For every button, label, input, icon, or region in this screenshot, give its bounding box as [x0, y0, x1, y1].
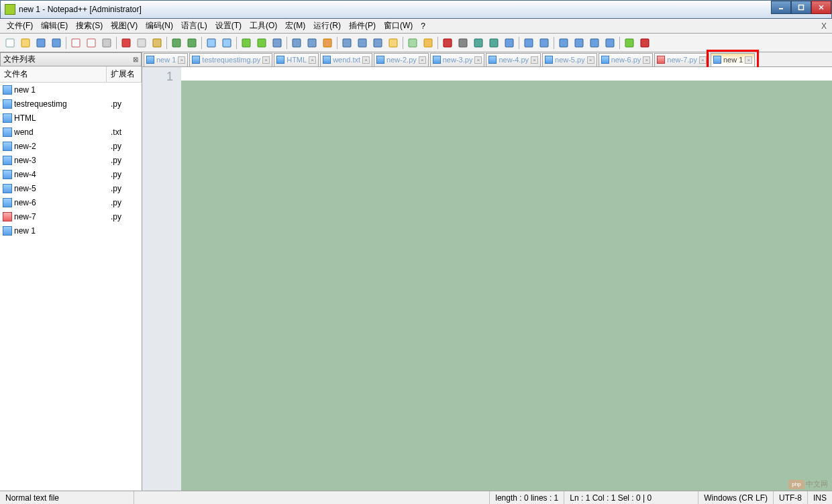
- col-filename[interactable]: 文件名: [0, 66, 107, 82]
- play-icon[interactable]: [471, 36, 486, 50]
- tab-7[interactable]: new-5.py×: [542, 53, 597, 66]
- tab-2[interactable]: HTML×: [274, 53, 319, 66]
- file-row[interactable]: new-7.py: [0, 209, 142, 223]
- save-macro-icon[interactable]: [502, 36, 517, 50]
- tab-close-icon[interactable]: ×: [178, 56, 185, 64]
- tab-close-icon[interactable]: ×: [587, 56, 594, 64]
- minimize-button[interactable]: [771, 1, 791, 14]
- doc-map-icon[interactable]: [355, 36, 370, 50]
- tab-close-icon[interactable]: ×: [745, 56, 752, 64]
- file-row[interactable]: new-4.py: [0, 167, 142, 181]
- open-icon[interactable]: [18, 36, 33, 50]
- save-icon[interactable]: [34, 36, 48, 50]
- tab-close-icon[interactable]: ×: [531, 56, 538, 64]
- next-mark-icon[interactable]: [603, 36, 617, 50]
- save-all-icon[interactable]: [49, 36, 64, 50]
- file-row[interactable]: new-5.py: [0, 181, 142, 195]
- menu-3[interactable]: 视图(V): [107, 19, 142, 33]
- tab-3[interactable]: wend.txt×: [320, 53, 372, 66]
- tab-close-icon[interactable]: ×: [699, 56, 707, 64]
- right-icon[interactable]: [537, 36, 552, 50]
- zoom-in-icon[interactable]: [239, 36, 254, 50]
- abc-icon[interactable]: [637, 36, 652, 50]
- close-icon[interactable]: [68, 36, 83, 50]
- menu-8[interactable]: 宏(M): [281, 19, 309, 33]
- file-ext-text: .txt: [107, 128, 142, 137]
- indent-guide-icon[interactable]: [320, 36, 335, 50]
- file-row[interactable]: new 1: [0, 223, 142, 238]
- sync-v-icon[interactable]: [270, 36, 284, 50]
- tab-file-icon: [601, 56, 609, 64]
- svg-rect-8: [72, 39, 80, 47]
- prev-icon[interactable]: [556, 36, 571, 50]
- close-all-icon[interactable]: [84, 36, 99, 50]
- wrap-icon[interactable]: [289, 36, 304, 50]
- copy-icon[interactable]: [134, 36, 149, 50]
- menu-6[interactable]: 设置(T): [211, 19, 246, 33]
- menu-11[interactable]: 窗口(W): [380, 19, 417, 33]
- record-icon[interactable]: [440, 36, 455, 50]
- monitor-icon[interactable]: [405, 36, 420, 50]
- show-all-icon[interactable]: [305, 36, 319, 50]
- prev-mark-icon[interactable]: [587, 36, 602, 50]
- find-icon[interactable]: [204, 36, 219, 50]
- new-file-icon[interactable]: [3, 36, 17, 50]
- tab-close-icon[interactable]: ×: [262, 56, 270, 64]
- tab-6[interactable]: new-4.py×: [486, 53, 541, 66]
- folder-icon[interactable]: [386, 36, 401, 50]
- tab-9[interactable]: new-7.py×: [654, 53, 709, 66]
- file-row[interactable]: wend.txt: [0, 125, 142, 139]
- panel-close-icon[interactable]: ⊠: [133, 56, 138, 63]
- file-row[interactable]: HTML: [0, 111, 142, 125]
- tab-close-icon[interactable]: ×: [309, 56, 316, 64]
- tab-close-icon[interactable]: ×: [643, 56, 650, 64]
- tab-1[interactable]: testrequestimg.py×: [189, 53, 272, 66]
- close-button[interactable]: [811, 1, 831, 14]
- menubar-close-icon[interactable]: X: [821, 21, 827, 31]
- menu-10[interactable]: 插件(P): [345, 19, 380, 33]
- menu-2[interactable]: 搜索(S): [72, 19, 107, 33]
- left-icon[interactable]: [521, 36, 536, 50]
- tab-0[interactable]: new 1×: [144, 53, 188, 66]
- file-row[interactable]: testrequestimg.py: [0, 97, 142, 111]
- spellcheck-icon[interactable]: [622, 36, 637, 50]
- tab-close-icon[interactable]: ×: [362, 56, 370, 64]
- menu-4[interactable]: 编码(N): [142, 19, 177, 33]
- menu-12[interactable]: ?: [417, 20, 429, 32]
- text-area[interactable]: [181, 67, 832, 491]
- menu-5[interactable]: 语言(L): [177, 19, 211, 33]
- tab-10[interactable]: new 1×: [711, 53, 755, 66]
- tab-close-icon[interactable]: ×: [419, 56, 426, 64]
- play-multi-icon[interactable]: [486, 36, 501, 50]
- file-list-header: 文件名 扩展名: [0, 66, 142, 83]
- file-row[interactable]: new-3.py: [0, 153, 142, 167]
- paste-icon[interactable]: [150, 36, 164, 50]
- zoom-out-icon[interactable]: [254, 36, 269, 50]
- file-name-text: new 1: [14, 85, 36, 95]
- cut-icon[interactable]: [119, 36, 134, 50]
- print-icon[interactable]: [99, 36, 114, 50]
- tab-4[interactable]: new-2.py×: [374, 53, 429, 66]
- comment-icon[interactable]: [421, 36, 435, 50]
- tab-close-icon[interactable]: ×: [474, 56, 482, 64]
- file-row[interactable]: new-6.py: [0, 195, 142, 209]
- statusbar: Normal text file length : 0 lines : 1 Ln…: [0, 491, 832, 504]
- maximize-button[interactable]: [791, 1, 811, 14]
- func-list-icon[interactable]: [370, 36, 385, 50]
- menu-9[interactable]: 运行(R): [309, 19, 345, 33]
- file-row[interactable]: new 1: [0, 83, 142, 97]
- tab-8[interactable]: new-6.py×: [599, 53, 654, 66]
- menu-0[interactable]: 文件(F): [3, 19, 37, 33]
- next-icon[interactable]: [572, 36, 586, 50]
- replace-icon[interactable]: [219, 36, 234, 50]
- menu-1[interactable]: 编辑(E): [37, 19, 72, 33]
- undo-icon[interactable]: [169, 36, 184, 50]
- col-extension[interactable]: 扩展名: [107, 66, 142, 82]
- tab-5[interactable]: new-3.py×: [430, 53, 485, 66]
- file-row[interactable]: new-2.py: [0, 139, 142, 153]
- lang-icon[interactable]: [340, 36, 354, 50]
- redo-icon[interactable]: [185, 36, 199, 50]
- tab-file-icon: [545, 56, 553, 64]
- menu-7[interactable]: 工具(O): [246, 19, 281, 33]
- stop-icon[interactable]: [456, 36, 470, 50]
